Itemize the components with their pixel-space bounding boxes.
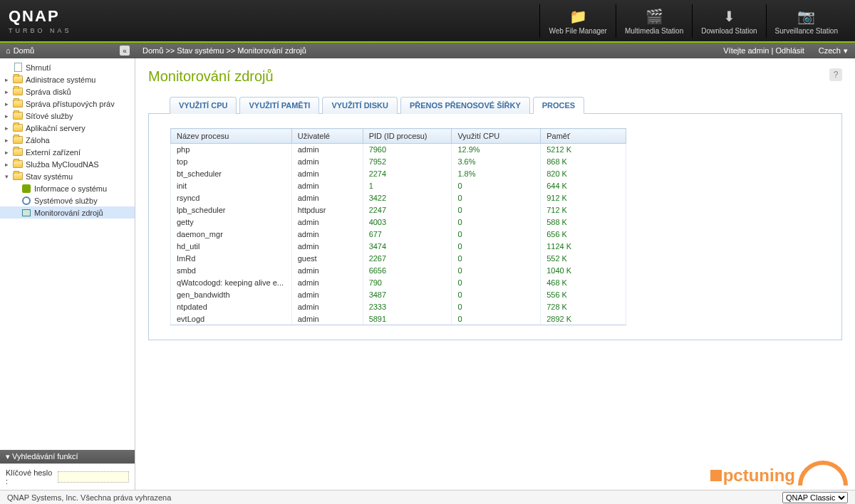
cell-memory: 712 K <box>541 204 626 216</box>
tab-přenos-přenosové-šířky[interactable]: PŘENOS PŘENOSOVÉ ŠÍŘKY <box>400 97 530 114</box>
expand-toggle[interactable]: ▸ <box>3 88 10 95</box>
nav-subitem-monitorování-zdrojů[interactable]: Monitorování zdrojů <box>0 206 135 219</box>
folder-icon <box>13 111 23 121</box>
header-shortcuts: 📁Web File Manager🎬Multimedia Station⬇Dow… <box>539 4 846 38</box>
column-header[interactable]: PID (ID procesu) <box>363 129 452 144</box>
cell-memory: 588 K <box>541 216 626 229</box>
language-selector[interactable]: Czech ▾ <box>812 46 855 56</box>
header-shortcut-web-file-manager[interactable]: 📁Web File Manager <box>539 4 616 38</box>
table-row[interactable]: lpb_schedulerhttpdusr22470712 K <box>171 204 626 216</box>
table-row[interactable]: bt_scheduleradmin22741.8%820 K <box>171 168 626 180</box>
expand-toggle[interactable]: ▸ <box>3 76 10 83</box>
nav-item-adinistrace-systému[interactable]: ▸Adinistrace systému <box>0 73 135 85</box>
help-button[interactable]: ? <box>829 68 842 81</box>
nav-item-síťové-služby[interactable]: ▸Síťové služby <box>0 110 135 122</box>
cell-pid: 677 <box>363 229 452 241</box>
cell-cpu: 12.9% <box>452 144 541 156</box>
cell-process-name: getty <box>171 216 292 229</box>
shortcut-label: Multimedia Station <box>625 27 683 35</box>
theme-selector-wrap: QNAP Classic <box>782 492 848 503</box>
tab-využití-paměti[interactable]: VYUŽITÍ PAMĚTI <box>239 97 319 114</box>
chevron-down-icon: ▾ <box>844 46 848 56</box>
cell-process-name: gen_bandwidth <box>171 289 292 301</box>
table-row[interactable]: ntpdatedadmin23330728 K <box>171 301 626 313</box>
column-header[interactable]: Uživatelé <box>291 129 363 144</box>
table-header-row: Název procesuUživateléPID (ID procesu)Vy… <box>171 129 626 144</box>
column-header[interactable]: Název procesu <box>171 129 292 144</box>
table-row[interactable]: topadmin79523.6%868 K <box>171 156 626 168</box>
logout-link[interactable]: Odhlásit <box>775 46 804 55</box>
table-row[interactable]: gettyadmin40030588 K <box>171 216 626 229</box>
nav-item-externí-zařízení[interactable]: ▸Externí zařízení <box>0 146 135 158</box>
search-input[interactable] <box>58 471 129 483</box>
nav-label: Správa disků <box>26 88 71 96</box>
expand-toggle[interactable]: ▸ <box>3 149 10 156</box>
expand-toggle[interactable]: ▸ <box>3 161 10 168</box>
cell-pid: 1 <box>363 180 452 192</box>
collapse-sidebar-button[interactable]: « <box>120 46 130 56</box>
cell-memory: 728 K <box>541 301 626 313</box>
tab-využití-disku[interactable]: VYUŽITÍ DISKU <box>322 97 397 114</box>
expand-toggle[interactable]: ▸ <box>3 137 10 144</box>
cell-process-name: php <box>171 144 292 156</box>
column-header[interactable]: Využití CPU <box>452 129 541 144</box>
header-shortcut-multimedia-station[interactable]: 🎬Multimedia Station <box>616 4 692 38</box>
search-panel-title: ▾ Vyhledávání funkcí <box>0 450 135 463</box>
search-panel: Klíčové heslo : <box>0 463 135 490</box>
nav-item-stav-systému[interactable]: ▾Stav systému <box>0 170 135 182</box>
folder-icon <box>13 172 23 182</box>
nav-subitem-informace-o-systému[interactable]: Informace o systému <box>0 182 135 194</box>
table-row[interactable]: ImRdguest22670552 K <box>171 253 626 265</box>
table-row[interactable]: smbdadmin665601040 K <box>171 265 626 277</box>
cell-pid: 2333 <box>363 301 452 313</box>
table-row[interactable]: qWatcodogd: keeping alive e...admin79004… <box>171 277 626 289</box>
nav-label: Adinistrace systému <box>26 75 95 84</box>
table-row[interactable]: rsyncdadmin34220912 K <box>171 192 626 204</box>
header: QNAP TURBO NAS 📁Web File Manager🎬Multime… <box>0 0 855 41</box>
cell-user: httpdusr <box>291 204 363 216</box>
nav-item-záloha[interactable]: ▸Záloha <box>0 134 135 146</box>
cell-user: admin <box>291 241 363 253</box>
header-shortcut-surveillance-station[interactable]: 📷Surveillance Station <box>766 4 846 38</box>
tab-využití-cpu[interactable]: VYUŽITÍ CPU <box>170 97 237 114</box>
table-row[interactable]: evtLogdadmin589102892 K <box>171 313 626 325</box>
cell-cpu: 0 <box>452 192 541 204</box>
nav-subitem-systémové-služby[interactable]: Systémové služby <box>0 194 135 206</box>
theme-selector[interactable]: QNAP Classic <box>782 492 848 503</box>
cell-pid: 2274 <box>363 168 452 180</box>
expand-toggle[interactable]: ▸ <box>3 125 10 132</box>
shortcut-label: Surveillance Station <box>775 27 838 35</box>
cell-process-name: evtLogd <box>171 313 292 325</box>
expand-toggle[interactable]: ▸ <box>3 112 10 120</box>
nav-item-správa-přístupových-práv[interactable]: ▸Správa přístupových práv <box>0 98 135 110</box>
document-icon <box>13 63 23 73</box>
info-icon <box>21 184 31 194</box>
expand-toggle[interactable]: ▾ <box>3 173 10 180</box>
table-row[interactable]: gen_bandwidthadmin34870556 K <box>171 289 626 301</box>
cell-process-name: hd_util <box>171 241 292 253</box>
copyright-text: QNAP Systems, Inc. Všechna práva vyhraze… <box>7 493 171 502</box>
column-header[interactable]: Paměť <box>541 129 626 144</box>
nav-item-shrnutí[interactable]: Shrnutí <box>0 61 135 73</box>
cell-process-name: qWatcodogd: keeping alive e... <box>171 277 292 289</box>
cell-memory: 1040 K <box>541 265 626 277</box>
expand-toggle[interactable]: ▸ <box>3 100 10 107</box>
home-icon: ⌂ <box>6 46 11 55</box>
nav-item-správa-disků[interactable]: ▸Správa disků <box>0 85 135 98</box>
monitor-icon <box>21 208 31 218</box>
cell-process-name: ImRd <box>171 253 292 265</box>
header-shortcut-download-station[interactable]: ⬇Download Station <box>692 4 765 38</box>
folder-icon <box>13 159 23 169</box>
table-row[interactable]: phpadmin796012.9%5212 K <box>171 144 626 156</box>
table-row[interactable]: hd_utiladmin347401124 K <box>171 241 626 253</box>
cell-memory: 556 K <box>541 289 626 301</box>
tab-proces[interactable]: PROCES <box>533 97 584 114</box>
cell-cpu: 0 <box>452 229 541 241</box>
cell-cpu: 0 <box>452 289 541 301</box>
nav-item-aplikační-servery[interactable]: ▸Aplikační servery <box>0 122 135 134</box>
table-row[interactable]: daemon_mgradmin6770656 K <box>171 229 626 241</box>
sidebar: Shrnutí▸Adinistrace systému▸Správa disků… <box>0 58 135 490</box>
nav-item-služba-mycloudnas[interactable]: ▸Služba MyCloudNAS <box>0 158 135 170</box>
table-row[interactable]: initadmin10644 K <box>171 180 626 192</box>
cell-cpu: 1.8% <box>452 168 541 180</box>
